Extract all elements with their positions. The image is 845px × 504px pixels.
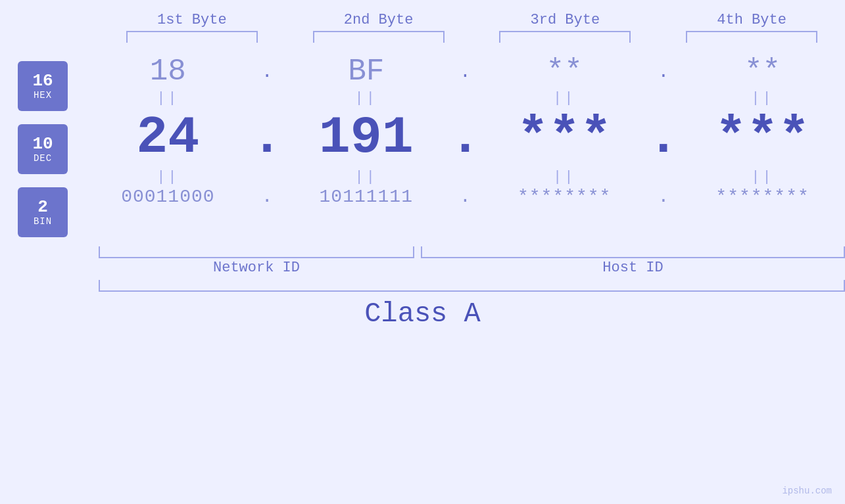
dec-b1-cell: 24 [92, 108, 243, 168]
hex-value-row: 18 . BF . ** . ** [85, 55, 845, 89]
dec-b2-value: 191 [319, 108, 414, 168]
eq2-b1: || [92, 169, 243, 185]
hex-b1-value: 18 [150, 55, 186, 89]
bracket-top-3 [499, 31, 631, 43]
badges-column: 16 HEX 10 DEC 2 BIN [0, 55, 85, 244]
bin-badge: 2 BIN [18, 187, 68, 237]
bin-dot2: . [455, 187, 475, 207]
bracket-top-4 [686, 31, 817, 43]
dec-b1-value: 24 [136, 108, 199, 168]
hex-dot2: . [455, 62, 475, 82]
bin-b2-value: 10111111 [320, 187, 413, 207]
bin-b2-cell: 10111111 [291, 187, 442, 207]
bin-badge-base: BIN [34, 216, 52, 227]
dec-b3-cell: *** [489, 108, 640, 168]
bin-b4-value: ******** [715, 187, 809, 207]
bin-dot1: . [257, 187, 277, 207]
eq2-b2: || [291, 169, 442, 185]
dec-b4-cell: *** [687, 108, 838, 168]
network-id-bracket [99, 246, 414, 258]
top-bracket-row [0, 31, 845, 43]
hex-badge-base: HEX [34, 90, 52, 101]
dec-value-row: 24 . 191 . *** . *** [85, 108, 845, 168]
host-id-bracket [421, 246, 845, 258]
byte2-label: 2nd Byte [303, 12, 454, 28]
hex-b4-value: ** [744, 55, 781, 89]
bin-b1-cell: 00011000 [92, 187, 243, 207]
main-container: 1st Byte 2nd Byte 3rd Byte 4th Byte 16 H… [0, 0, 845, 504]
dec-b4-value: *** [715, 108, 810, 168]
bracket-top-2 [313, 31, 445, 43]
main-content-area: 16 HEX 10 DEC 2 BIN 18 . BF [0, 48, 845, 244]
hex-b1-cell: 18 [92, 55, 243, 89]
hex-b3-value: ** [546, 55, 583, 89]
data-columns: 18 . BF . ** . ** || || [85, 48, 845, 244]
eq1-b4: || [687, 90, 838, 106]
bracket-top-1 [126, 31, 258, 43]
bin-dot3: . [654, 187, 673, 207]
byte4-label: 4th Byte [676, 12, 827, 28]
byte1-label: 1st Byte [116, 12, 268, 28]
eq2-b3: || [489, 169, 640, 185]
bin-b1-value: 00011000 [121, 187, 214, 207]
full-bottom-bracket [99, 280, 845, 292]
hex-badge: 16 HEX [18, 61, 68, 111]
hex-b3-cell: ** [489, 55, 640, 89]
hex-b4-cell: ** [687, 55, 838, 89]
dec-badge-number: 10 [32, 135, 53, 154]
byte-header-row: 1st Byte 2nd Byte 3rd Byte 4th Byte [0, 0, 845, 28]
id-label-row: Network ID Host ID [0, 260, 845, 276]
bin-b3-value: ******** [518, 187, 611, 207]
eq1-b2: || [291, 90, 442, 106]
network-id-label: Network ID [99, 260, 414, 276]
bin-badge-number: 2 [37, 198, 48, 217]
dec-b3-value: *** [517, 108, 612, 168]
hex-b2-value: BF [348, 55, 384, 89]
bin-b3-cell: ******** [489, 187, 640, 207]
hex-dot3: . [654, 62, 673, 82]
host-id-label: Host ID [421, 260, 845, 276]
dec-dot2: . [455, 108, 475, 168]
dec-badge: 10 DEC [18, 124, 68, 174]
dec-b2-cell: 191 [291, 108, 442, 168]
hex-b2-cell: BF [291, 55, 442, 89]
eq2-b4: || [687, 169, 838, 185]
dec-dot1: . [257, 108, 277, 168]
hex-dot1: . [257, 62, 277, 82]
eq1-b3: || [489, 90, 640, 106]
bin-value-row: 00011000 . 10111111 . ******** . *******… [85, 187, 845, 207]
bin-b4-cell: ******** [687, 187, 838, 207]
equals-row-2: || || || || [85, 168, 845, 187]
dec-dot3: . [654, 108, 673, 168]
byte3-label: 3rd Byte [489, 12, 640, 28]
bottom-bracket-row [0, 246, 845, 258]
dec-badge-base: DEC [34, 153, 52, 164]
eq1-b1: || [92, 90, 243, 106]
class-label: Class A [364, 298, 480, 330]
hex-badge-number: 16 [32, 72, 53, 91]
watermark: ipshu.com [782, 486, 832, 496]
equals-row-1: || || || || [85, 89, 845, 108]
